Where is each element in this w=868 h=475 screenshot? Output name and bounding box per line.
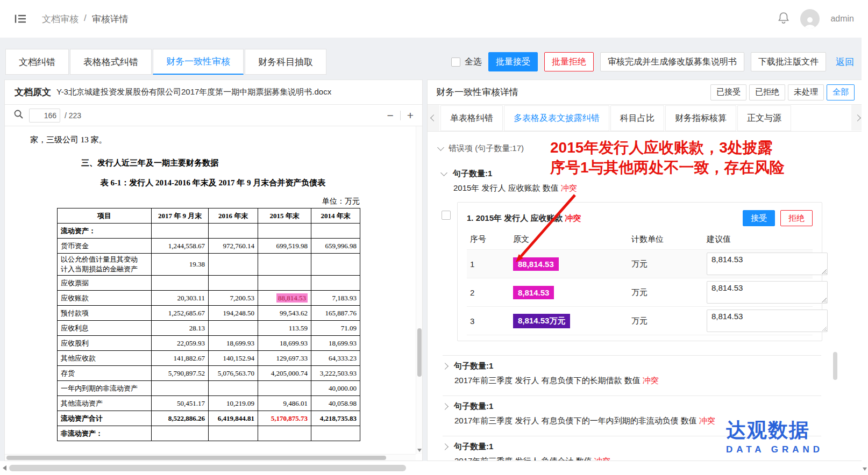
unit-cell: 万元 [628,250,703,278]
doc-table-header-cell: 2017 年 9 月末 [152,208,209,224]
download-annotated-button[interactable]: 下载批注版文件 [751,52,826,71]
scroll-down-arrow-icon[interactable] [863,467,867,471]
scroll-left-arrow-icon[interactable] [3,465,6,471]
doc-table-cell [152,224,209,239]
doc-row-label: 应收账款 [58,291,152,306]
doc-table-cell: 113.59 [258,321,311,336]
zoom-in-button[interactable]: + [407,110,414,121]
doc-table-cell: 22,059.93 [152,336,209,351]
collapsed-item-header[interactable]: 句子数量:1 [443,361,821,371]
toolbar-tab[interactable]: 财务一致性审核 [153,49,244,75]
doc-table-row: 其他应收款141,882.67140,152.94129,697.3364,33… [58,351,360,366]
filter-button[interactable]: 全部 [827,84,855,100]
occurrence-row: 38,814.53万元万元8,814.53 [467,307,813,335]
page-vertical-scrollbar[interactable] [862,38,868,475]
select-all-checkbox[interactable] [451,57,460,67]
collapsed-item-header[interactable]: 句子数量:1 [443,401,821,412]
error-section-header[interactable]: 错误项 (句子数量:17) [438,143,852,154]
doc-table-header-cell: 2014 年末 [311,208,360,224]
review-tab[interactable]: 财务指标核算 [665,105,736,131]
original-value-badge: 8,814.53万元 [513,314,570,328]
doc-table-cell: 50,451.17 [152,396,209,411]
bell-icon[interactable] [778,11,789,26]
breadcrumb-separator: / [84,13,87,25]
doc-table-cell: 165,887.76 [311,306,360,321]
doc-table-cell: 88,814.53 [258,291,311,306]
chevron-down-icon [440,169,447,176]
filter-list: 已接受已拒绝未处理全部 [710,84,855,100]
finish-generate-button[interactable]: 审核完成并生成修改版募集说明书 [600,52,744,71]
doc-table-row: 应收账款20,303.117,200.5388,814.537,183.93 [58,291,360,306]
doc-row-label: 其他应收款 [58,351,152,366]
page-horizontal-scrollbar[interactable] [0,461,862,475]
review-panel: 财务一致性审核详情 已接受已拒绝未处理全部 单表格纠错多表格及表文披露纠错科目占… [427,80,864,461]
collapsed-list: 句子数量:12017年前三季度 发行人 有息负债下的长期借款 数值 冲突句子数量… [443,355,821,460]
doc-table-cell: 20,303.11 [152,291,209,306]
doc-vscroll-thumb[interactable] [417,328,422,377]
original-value-badge: 8,814.53 [513,286,554,299]
suggestion-input[interactable]: 8,814.53 [707,310,828,332]
doc-page-view[interactable]: 家，三级公司 13 家。 三、发行人近三年及一期主要财务数据 表 6-1：发行人… [5,126,422,460]
suggestion-input[interactable]: 8,814.53 [707,281,828,304]
doc-table-cell: 6,419,844.81 [209,411,258,426]
breadcrumb-root[interactable]: 文档审核 [42,13,79,25]
filter-button[interactable]: 已接受 [710,84,746,100]
review-tab[interactable]: 多表格及表文披露纠错 [504,105,609,131]
back-button[interactable]: 返回 [833,52,857,71]
review-scroll-thumb[interactable] [833,352,837,380]
doc-table-cell [209,381,258,396]
doc-table-cell [209,426,258,441]
toolbar: 文档纠错表格格式纠错财务一致性审核财务科目抽取 全选 批量接受 批量拒绝 审核完… [0,38,868,80]
review-content: 错误项 (句子数量:17) 2015年发行人应收账款，3处披露 序号1与其他两处… [428,132,863,460]
reject-button[interactable]: 拒绝 [780,210,813,226]
sentence-count: 句子数量:1 [454,442,493,452]
error-item-checkbox[interactable] [442,211,451,220]
filter-button[interactable]: 未处理 [788,84,824,100]
toolbar-tab[interactable]: 财务科目抽取 [245,49,326,75]
batch-reject-button[interactable]: 批量拒绝 [544,52,594,71]
doc-table-row: 存货5,790,897.525,076,563.704,205,000.743,… [58,366,360,381]
doc-table-row: 应收票据 [58,276,360,291]
doc-table-cell [311,426,360,441]
zoom-search-icon[interactable] [13,109,24,121]
toolbar-tab[interactable]: 表格格式纠错 [70,49,152,75]
doc-table-row: 一年内到期的非流动资产40,000.00 [58,381,360,396]
toolbar-tab[interactable]: 文档纠错 [5,49,69,75]
doc-hscroll-thumb[interactable] [6,456,386,460]
doc-row-label: 存货 [58,366,152,381]
filter-button[interactable]: 已拒绝 [749,84,785,100]
doc-table-cell: 659,996.98 [311,239,360,254]
page-number-input[interactable] [29,109,60,123]
doc-table-cell: 3,222,503.93 [311,366,360,381]
expanded-group-header[interactable]: 句子数量:1 [442,169,852,179]
doc-table-cell: 5,170,875.73 [258,411,311,426]
doc-table-cell: 7,200.53 [209,291,258,306]
doc-vertical-scrollbar[interactable] [416,126,422,454]
page-hscroll-thumb[interactable] [9,465,406,471]
review-tab[interactable]: 科目占比 [610,105,664,131]
avatar[interactable] [800,9,820,28]
doc-table-header-cell: 2015 年末 [258,208,311,224]
doc-table-cell: 1,252,685.67 [152,306,209,321]
occurrence-number: 2 [467,278,510,307]
doc-table-cell: 194,248.50 [209,306,258,321]
suggestion-input[interactable]: 8,814.53 [707,253,828,275]
doc-row-label: 预付款项 [58,306,152,321]
review-tab[interactable]: 单表格纠错 [440,105,503,131]
highlighted-value: 5,170,875.73 [271,414,308,422]
batch-accept-button[interactable]: 批量接受 [488,52,538,71]
review-tab[interactable]: 正文与源 [737,105,791,131]
accept-button[interactable]: 接受 [743,210,775,226]
doc-table-cell: 8,522,886.26 [152,411,209,426]
menu-fold-icon[interactable] [14,13,27,24]
collapsed-item-header[interactable]: 句子数量:1 [443,442,821,452]
zoom-out-button[interactable]: − [387,110,393,121]
doc-table-body: 流动资产：货币资金1,244,558.67972,760.14699,519.9… [58,224,360,441]
tab-scroll-left-icon[interactable] [428,105,439,131]
chevron-down-icon [437,144,444,151]
scroll-down-arrow-icon[interactable] [417,449,422,452]
doc-horizontal-scrollbar[interactable] [5,454,416,460]
doc-row-label: 应收票据 [58,276,152,291]
conflict-label: 冲突 [561,183,577,192]
username[interactable]: admin [830,14,854,24]
